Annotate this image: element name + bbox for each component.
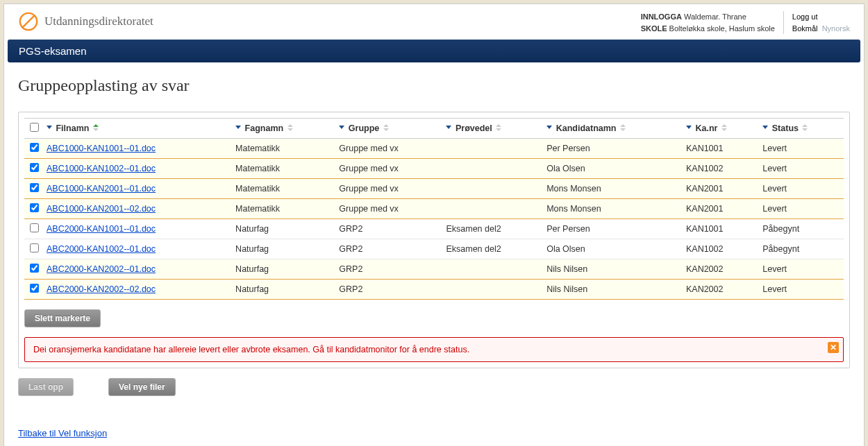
cell-provedel	[443, 199, 544, 219]
sort-icon	[383, 123, 389, 133]
col-kanr[interactable]: Ka.nr	[683, 119, 760, 139]
cell-fag: Matematikk	[233, 139, 336, 159]
cell-provedel: Eksamen del2	[443, 219, 544, 239]
svg-marker-22	[802, 128, 808, 131]
filter-icon[interactable]	[47, 123, 52, 133]
cell-kandidat: Ola Olsen	[544, 239, 683, 259]
svg-marker-7	[287, 128, 293, 131]
file-link[interactable]: ABC1000-KAN1001--01.doc	[47, 144, 156, 153]
file-link[interactable]: ABC1000-KAN2001--01.doc	[47, 184, 156, 194]
row-checkbox[interactable]	[30, 243, 39, 252]
filter-icon[interactable]	[235, 123, 241, 133]
svg-marker-11	[446, 126, 451, 129]
cell-status: Levert	[760, 280, 844, 300]
col-status[interactable]: Status	[760, 119, 844, 139]
file-link[interactable]: ABC2000-KAN1002--01.doc	[47, 244, 156, 254]
cell-gruppe: GRP2	[336, 259, 443, 280]
row-checkbox[interactable]	[30, 264, 39, 273]
svg-marker-13	[496, 128, 501, 131]
col-fagnamn[interactable]: Fagnamn	[233, 119, 336, 139]
cell-kanr: KAN1002	[683, 159, 760, 179]
lang-bokmal[interactable]: Bokmål	[792, 24, 818, 33]
col-kandidatnamn[interactable]: Kandidatnamn	[544, 119, 683, 139]
cell-fag: Naturfag	[233, 239, 336, 259]
app-section-title: PGS-eksamen	[8, 40, 860, 62]
sort-icon	[287, 123, 293, 133]
table-row: ABC2000-KAN1002--01.docNaturfagGRP2Eksam…	[24, 239, 844, 259]
cell-status: Påbegynt	[760, 239, 844, 259]
upload-button[interactable]: Last opp	[18, 378, 74, 396]
svg-marker-8	[339, 126, 344, 129]
page-title: Gruppeopplasting av svar	[18, 76, 850, 95]
table-row: ABC1000-KAN1002--01.docMatematikkGruppe …	[24, 159, 844, 179]
cell-kanr: KAN2002	[683, 259, 760, 280]
svg-marker-15	[620, 124, 626, 127]
cell-kandidat: Per Persen	[544, 139, 683, 159]
table-row: ABC2000-KAN1001--01.docNaturfagGRP2Eksam…	[24, 219, 844, 239]
cell-fag: Matematikk	[233, 179, 336, 199]
filter-icon[interactable]	[686, 123, 692, 133]
cell-fag: Matematikk	[233, 199, 336, 219]
row-checkbox[interactable]	[30, 163, 39, 172]
cell-gruppe: Gruppe med vx	[336, 199, 443, 219]
warning-message: Dei oransjemerka kandidatane har allerei…	[24, 337, 844, 362]
cell-fag: Matematikk	[233, 159, 336, 179]
row-checkbox[interactable]	[30, 143, 39, 152]
lang-nynorsk[interactable]: Nynorsk	[822, 24, 850, 33]
org-logo-area: Utdanningsdirektoratet	[18, 11, 641, 32]
table-row: ABC2000-KAN2002--02.docNaturfagGRP2Nils …	[24, 280, 844, 300]
file-link[interactable]: ABC1000-KAN2001--02.doc	[47, 204, 156, 214]
cell-kanr: KAN1001	[683, 139, 760, 159]
cell-gruppe: GRP2	[336, 280, 443, 300]
table-row: ABC1000-KAN2001--02.docMatematikkGruppe …	[24, 199, 844, 219]
org-logo-icon	[18, 11, 39, 32]
filter-icon[interactable]	[762, 123, 768, 133]
header-links: Logg ut Bokmål Nynorsk	[784, 11, 850, 34]
cell-status: Levert	[760, 159, 844, 179]
sort-icon	[496, 123, 501, 133]
table-row: ABC1000-KAN1001--01.docMatematikkGruppe …	[24, 139, 844, 159]
upload-table: Filnamn Fagnamn Gruppe	[24, 118, 844, 300]
cell-provedel	[443, 280, 544, 300]
back-link[interactable]: Tilbake til Vel funksjon	[18, 428, 107, 438]
row-checkbox[interactable]	[30, 203, 39, 212]
svg-marker-2	[47, 126, 52, 129]
filter-icon[interactable]	[546, 123, 552, 133]
logout-link[interactable]: Logg ut	[792, 11, 850, 23]
cell-status: Levert	[760, 179, 844, 199]
row-checkbox[interactable]	[30, 284, 39, 293]
cell-kandidat: Nils Nilsen	[544, 259, 683, 280]
file-link[interactable]: ABC2000-KAN2002--01.doc	[47, 264, 156, 274]
delete-selected-button[interactable]: Slett markerte	[24, 309, 101, 327]
cell-gruppe: Gruppe med vx	[336, 159, 443, 179]
select-all-header	[24, 119, 44, 139]
table-row: ABC2000-KAN2002--01.docNaturfagGRP2Nils …	[24, 259, 844, 280]
org-name: Utdanningsdirektoratet	[44, 15, 153, 28]
file-link[interactable]: ABC2000-KAN1001--01.doc	[47, 224, 156, 234]
col-filnamn[interactable]: Filnamn	[44, 119, 233, 139]
row-checkbox[interactable]	[30, 223, 39, 232]
sort-icon	[721, 123, 727, 133]
svg-marker-10	[383, 128, 389, 131]
cell-gruppe: GRP2	[336, 239, 443, 259]
col-provedel[interactable]: Prøvedel	[443, 119, 544, 139]
filter-icon[interactable]	[446, 123, 451, 133]
row-checkbox[interactable]	[30, 183, 39, 192]
file-link[interactable]: ABC2000-KAN2002--02.doc	[47, 284, 156, 294]
select-all-checkbox[interactable]	[30, 123, 39, 132]
svg-marker-4	[93, 128, 99, 131]
svg-marker-9	[383, 124, 389, 127]
close-icon[interactable]: ✕	[828, 342, 839, 353]
svg-marker-16	[620, 128, 626, 131]
cell-kandidat: Per Persen	[544, 219, 683, 239]
filter-icon[interactable]	[339, 123, 344, 133]
file-link[interactable]: ABC1000-KAN1002--01.doc	[47, 164, 156, 173]
cell-gruppe: Gruppe med vx	[336, 139, 443, 159]
cell-provedel	[443, 159, 544, 179]
cell-status: Påbegynt	[760, 219, 844, 239]
choose-new-files-button[interactable]: Vel nye filer	[108, 378, 176, 396]
table-row: ABC1000-KAN2001--01.docMatematikkGruppe …	[24, 179, 844, 199]
col-gruppe[interactable]: Gruppe	[336, 119, 443, 139]
svg-marker-21	[802, 124, 808, 127]
svg-marker-6	[287, 124, 293, 127]
